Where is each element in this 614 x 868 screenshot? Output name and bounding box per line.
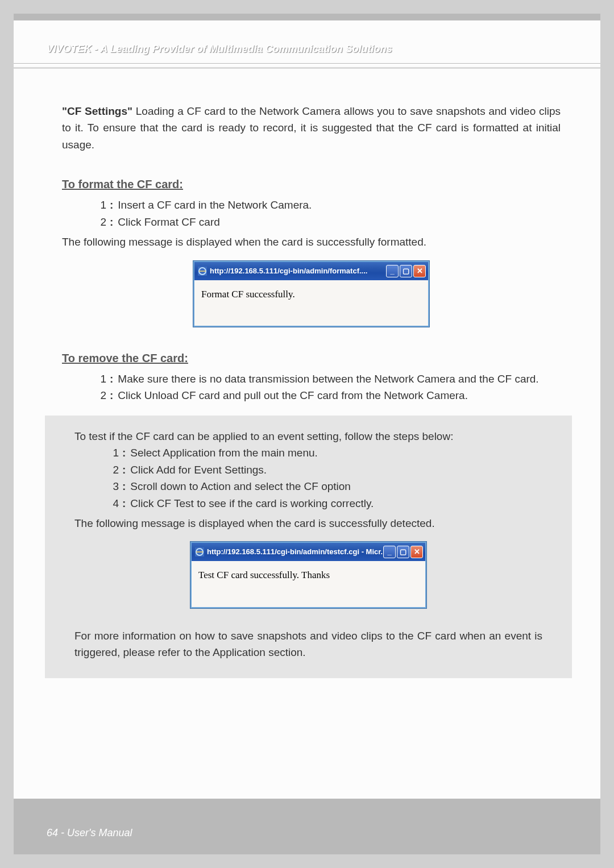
step-number: 1 [94,371,106,387]
list-item: 1 : Make sure there is no data transmiss… [94,371,561,387]
maximize-button[interactable]: ▢ [397,546,409,558]
dialog-title: http://192.168.5.111/cgi-bin/admin/forma… [210,265,386,277]
step-number: 4 [106,495,119,512]
ie-icon [198,267,207,276]
test-success-text: The following message is displayed when … [74,515,542,531]
minimize-button[interactable]: _ [383,546,396,558]
ie-icon [195,547,204,556]
list-item: 1 : Select Application from the main men… [106,445,542,461]
step-text: Scroll down to Action and select the CF … [130,478,542,495]
step-colon: : [110,387,113,404]
dialog-format: http://192.168.5.111/cgi-bin/admin/forma… [193,261,429,327]
close-button[interactable]: ✕ [410,546,423,558]
step-colon: : [122,478,126,495]
step-text: Click CF Test to see if the card is work… [130,495,542,512]
divider [14,63,600,64]
step-colon: : [122,495,126,512]
remove-heading: To remove the CF card: [62,350,188,367]
document-page: VIVOTEK - A Leading Provider of Multimed… [14,14,600,854]
step-colon: : [110,197,113,213]
minimize-button[interactable]: _ [386,265,399,277]
format-section: To format the CF card: 1 : Insert a CF c… [62,176,561,327]
window-buttons: _ ▢ ✕ [383,546,423,558]
remove-section: To remove the CF card: 1 : Make sure the… [62,350,561,404]
step-colon: : [122,445,126,461]
dialog-title: http://192.168.5.111/cgi-bin/admin/testc… [207,546,383,558]
remove-steps-list: 1 : Make sure there is no data transmiss… [94,371,561,404]
intro-paragraph: "CF Settings" Loading a CF card to the N… [62,103,561,153]
followup-text: For more information on how to save snap… [74,628,542,661]
step-number: 1 [94,197,106,213]
window-buttons: _ ▢ ✕ [386,265,426,277]
dialog-body: Test CF card successfully. Thanks [192,561,425,607]
format-steps-list: 1 : Insert a CF card in the Network Came… [94,197,561,230]
dialog-body: Format CF successfully. [194,280,428,326]
step-number: 2 [94,387,106,404]
intro-text: Loading a CF card to the Network Camera … [62,105,561,151]
step-number: 2 [106,462,119,478]
list-item: 2 : Click Add for Event Settings. [106,462,542,478]
page-inner: VIVOTEK - A Leading Provider of Multimed… [14,20,600,799]
step-colon: : [110,214,113,230]
dialog-test: http://192.168.5.111/cgi-bin/admin/testc… [190,542,426,608]
cf-settings-label: "CF Settings" [62,105,132,117]
step-text: Insert a CF card in the Network Camera. [118,197,561,213]
step-number: 3 [106,478,119,495]
list-item: 2 : Click Format CF card [94,214,561,230]
step-text: Make sure there is no data transmission … [118,371,561,387]
step-text: Select Application from the main menu. [130,445,542,461]
header-tagline: VIVOTEK - A Leading Provider of Multimed… [14,20,600,63]
maximize-button[interactable]: ▢ [400,265,412,277]
page-footer: 64 - User's Manual [14,800,600,854]
step-number: 1 [106,445,119,461]
list-item: 3 : Scroll down to Action and select the… [106,478,542,495]
step-colon: : [110,371,113,387]
list-item: 1 : Insert a CF card in the Network Came… [94,197,561,213]
format-heading: To format the CF card: [62,176,183,193]
dialog-titlebar: http://192.168.5.111/cgi-bin/admin/forma… [194,262,428,280]
step-text: Click Unload CF card and pull out the CF… [118,387,561,404]
format-success-text: The following message is displayed when … [62,234,561,250]
close-button[interactable]: ✕ [413,265,426,277]
footer-text: 64 - User's Manual [47,827,132,838]
main-content: "CF Settings" Loading a CF card to the N… [14,69,600,690]
test-note-box: To test if the CF card can be applied to… [45,416,572,678]
list-item: 4 : Click CF Test to see if the card is … [106,495,542,512]
dialog-titlebar: http://192.168.5.111/cgi-bin/admin/testc… [192,543,425,561]
step-colon: : [122,462,126,478]
step-text: Click Format CF card [118,214,561,230]
test-steps-list: 1 : Select Application from the main men… [106,445,542,512]
step-number: 2 [94,214,106,230]
step-text: Click Add for Event Settings. [130,462,542,478]
test-intro: To test if the CF card can be applied to… [74,428,542,445]
list-item: 2 : Click Unload CF card and pull out th… [94,387,561,404]
